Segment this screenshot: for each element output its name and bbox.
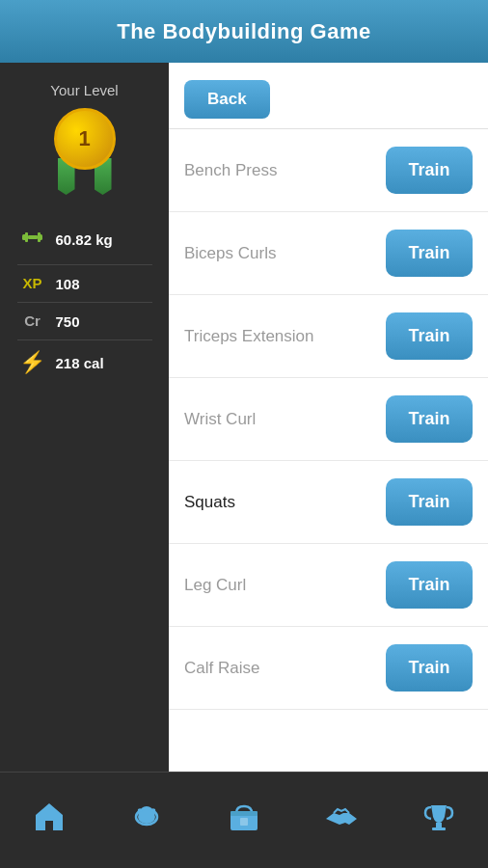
exercise-row-triceps-extension: Triceps Extension Train (169, 295, 488, 378)
exercise-row-leg-curl: Leg Curl Train (169, 544, 488, 627)
train-button-squats[interactable]: Train (386, 478, 473, 526)
xp-value: 108 (56, 276, 80, 292)
exercise-list: Back Bench Press Train Biceps Curls Trai… (169, 63, 488, 772)
train-button-biceps-curls[interactable]: Train (386, 230, 473, 277)
dumbbell-icon (17, 224, 48, 255)
exercise-name: Calf Raise (184, 659, 259, 678)
sidebar: Your Level 1 60.82 kg (0, 63, 169, 772)
nav-trophy[interactable] (421, 800, 456, 841)
exercise-name: Leg Curl (184, 576, 246, 595)
exercise-row-squats: Squats Train (169, 461, 488, 544)
exercise-row-calf-raise: Calf Raise Train (169, 627, 488, 710)
train-button-triceps-extension[interactable]: Train (386, 312, 473, 360)
level-label: Your Level (50, 82, 118, 98)
svg-rect-9 (230, 811, 258, 816)
exercise-row-biceps-curls: Biceps Curls Train (169, 212, 488, 295)
svg-point-7 (138, 810, 155, 824)
exercise-name: Triceps Extension (184, 327, 313, 346)
train-button-bench-press[interactable]: Train (386, 147, 473, 194)
weight-stat: 60.82 kg (17, 214, 152, 265)
nav-home[interactable] (32, 800, 67, 841)
app-title: The Bodybuilding Game (117, 19, 371, 44)
exercise-row-wrist-curl: Wrist Curl Train (169, 378, 488, 461)
exercise-name: Bench Press (184, 161, 277, 180)
cr-icon: Cr (17, 312, 48, 330)
cr-label: Cr (24, 312, 41, 329)
nav-shop[interactable] (227, 800, 261, 841)
shop-icon (227, 800, 261, 841)
svg-rect-10 (240, 818, 248, 826)
bottom-navigation (0, 772, 488, 868)
exercise-name: Squats (184, 493, 235, 512)
medal: 1 (46, 108, 123, 195)
xp-icon: XP (17, 275, 48, 292)
train-button-leg-curl[interactable]: Train (386, 561, 473, 609)
train-button-calf-raise[interactable]: Train (386, 644, 473, 692)
exercise-name: Wrist Curl (184, 410, 256, 429)
svg-rect-4 (38, 232, 41, 242)
back-button[interactable]: Back (184, 80, 270, 119)
xp-label: XP (22, 275, 41, 291)
nav-social[interactable] (324, 800, 359, 841)
cal-value: 218 cal (56, 355, 104, 371)
svg-rect-2 (28, 235, 38, 239)
svg-rect-1 (25, 232, 28, 242)
cal-stat: ⚡ 218 cal (17, 340, 152, 385)
cr-stat: Cr 750 (17, 303, 152, 340)
home-icon (32, 800, 67, 841)
main-content: Your Level 1 60.82 kg (0, 63, 488, 772)
svg-rect-12 (432, 827, 446, 830)
back-area: Back (169, 63, 488, 129)
muscle-icon (129, 800, 164, 841)
bolt-icon: ⚡ (17, 350, 48, 375)
xp-stat: XP 108 (17, 265, 152, 303)
handshake-icon (324, 800, 359, 841)
exercise-row-bench-press: Bench Press Train (169, 129, 488, 212)
level-number: 1 (78, 126, 90, 151)
weight-value: 60.82 kg (56, 231, 113, 248)
app-header: The Bodybuilding Game (0, 0, 488, 63)
cr-value: 750 (56, 313, 80, 330)
nav-training[interactable] (129, 800, 164, 841)
exercise-name: Biceps Curls (184, 244, 276, 263)
svg-rect-11 (436, 823, 442, 827)
trophy-icon (421, 800, 456, 841)
medal-circle: 1 (54, 108, 116, 170)
train-button-wrist-curl[interactable]: Train (386, 395, 473, 443)
